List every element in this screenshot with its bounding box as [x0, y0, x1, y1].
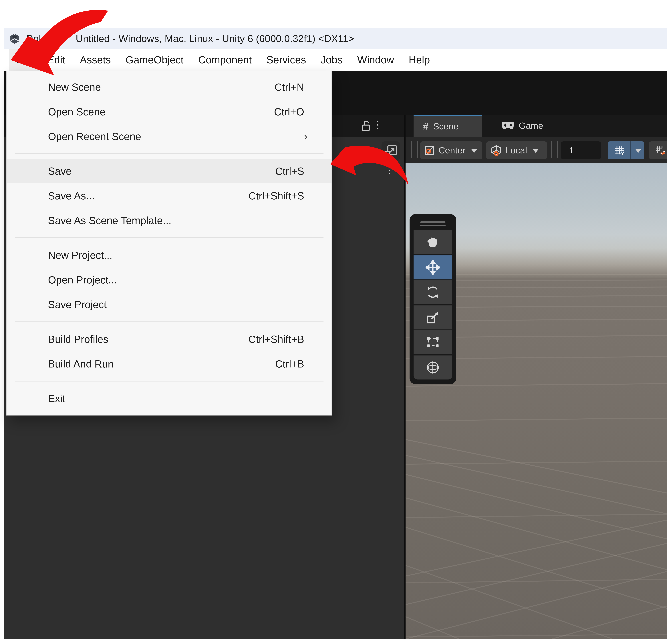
menu-item-build-and-run[interactable]: Build And RunCtrl+B: [7, 351, 331, 376]
rect-tool-button[interactable]: [413, 330, 452, 354]
orientation-label: Local: [506, 145, 527, 155]
menu-item-save[interactable]: SaveCtrl+S: [7, 159, 331, 183]
chevron-down-icon: [532, 148, 539, 152]
pivot-mode-label: Center: [439, 145, 466, 155]
move-icon: [425, 260, 440, 275]
scene-tab-label: Scene: [433, 121, 459, 131]
menu-item-open-scene[interactable]: Open SceneCtrl+O: [7, 99, 331, 124]
grid-size-field[interactable]: 1: [561, 142, 601, 160]
menubar-item-component[interactable]: Component: [191, 49, 259, 71]
menu-item-shortcut: Ctrl+N: [275, 81, 311, 93]
svg-text:Y: Y: [620, 150, 624, 156]
menubar-item-edit[interactable]: Edit: [40, 49, 72, 71]
scene-tab-icon: #: [423, 121, 428, 132]
menu-item-label: Save As...: [48, 190, 95, 202]
menu-item-shortcut: Ctrl+O: [274, 106, 311, 118]
menu-item-label: Save: [48, 165, 72, 177]
panel-tabbar: # Scene Game: [406, 115, 667, 137]
palette-drag-handle[interactable]: [420, 219, 445, 228]
menu-item-shortcut: Ctrl+S: [275, 165, 312, 177]
scene-panel: # Scene Game Center: [404, 115, 667, 639]
menubar-item-jobs[interactable]: Jobs: [313, 49, 350, 71]
grid-snap-magnet-icon: [649, 142, 667, 160]
menu-item-label: Open Project...: [48, 274, 117, 286]
file-menu-dropdown: New SceneCtrl+NOpen SceneCtrl+OOpen Rece…: [6, 71, 332, 415]
scene-tool-palette: [409, 214, 456, 384]
menubar-item-file[interactable]: File: [9, 49, 40, 71]
toolbar-drag-handle[interactable]: [551, 142, 558, 158]
menu-item-label: Save As Scene Template...: [48, 214, 172, 227]
menubar-item-help[interactable]: Help: [402, 49, 437, 71]
menu-item-new-project[interactable]: New Project...: [7, 243, 331, 267]
rect-transform-icon: [425, 335, 440, 349]
snap-settings-button[interactable]: [649, 142, 667, 160]
menu-item-label: Open Recent Scene: [48, 130, 141, 143]
menu-item-shortcut: Ctrl+Shift+B: [248, 333, 311, 345]
toolbar-drag-handle[interactable]: [411, 142, 418, 158]
chevron-down-icon[interactable]: [630, 142, 644, 160]
menubar-item-services[interactable]: Services: [259, 49, 313, 71]
menu-item-shortcut: Ctrl+Shift+S: [248, 190, 311, 202]
window-titlebar: Rol Untitled - Windows, Mac, Linux - Uni…: [4, 28, 667, 49]
gamepad-icon: [501, 121, 514, 130]
menu-item-build-profiles[interactable]: Build ProfilesCtrl+Shift+B: [7, 327, 331, 351]
pivot-center-icon: [425, 145, 435, 156]
menu-item-new-scene[interactable]: New SceneCtrl+N: [7, 75, 331, 99]
panel-menu-icon[interactable]: ⋮: [373, 119, 383, 131]
transform-tool-button[interactable]: [413, 355, 452, 379]
menu-item-shortcut: Ctrl+B: [275, 358, 312, 370]
menu-separator: [15, 153, 324, 154]
menu-item-save-as[interactable]: Save As...Ctrl+Shift+S: [7, 183, 331, 208]
menu-separator: [15, 321, 324, 322]
screenshot-root: Rol Untitled - Windows, Mac, Linux - Uni…: [0, 0, 667, 644]
tab-scene[interactable]: # Scene: [413, 115, 481, 137]
scene-viewport[interactable]: [406, 163, 667, 639]
submenu-chevron-icon: ›: [304, 130, 311, 143]
scene-view-toolbar: Center Local 1 Y: [406, 137, 667, 164]
rotate-icon: [425, 285, 440, 299]
menubar-item-assets[interactable]: Assets: [72, 49, 118, 71]
maximize-button[interactable]: [381, 142, 400, 160]
lock-icon[interactable]: [361, 120, 371, 131]
scale-icon: [425, 310, 440, 325]
menu-item-label: New Scene: [48, 81, 101, 93]
transform-icon: [425, 360, 440, 375]
pivot-mode-dropdown[interactable]: Center: [420, 142, 482, 160]
menu-item-label: Save Project: [48, 298, 107, 311]
window-title-prefix: Rol: [26, 33, 41, 44]
move-tool-button[interactable]: [413, 255, 452, 279]
main-menubar: FileEditAssetsGameObjectComponentService…: [4, 49, 667, 71]
menu-separator: [15, 381, 324, 381]
menu-item-label: New Project...: [48, 249, 112, 261]
menu-item-save-project[interactable]: Save Project: [7, 292, 331, 317]
divider-kebab-icon[interactable]: ⋮: [386, 165, 394, 176]
grid-visibility-button[interactable]: Y: [608, 142, 644, 160]
unity-logo-icon: [9, 32, 21, 45]
menu-item-open-project[interactable]: Open Project...: [7, 267, 331, 292]
pan-tool-button[interactable]: [413, 230, 452, 254]
menu-separator: [15, 237, 324, 238]
scale-tool-button[interactable]: [413, 305, 452, 329]
menu-item-label: Build And Run: [48, 358, 114, 370]
grid-size-value: 1: [569, 145, 574, 155]
menu-item-open-recent-scene[interactable]: Open Recent Scene›: [7, 124, 331, 149]
menu-item-exit[interactable]: Exit: [7, 386, 331, 411]
menu-item-label: Build Profiles: [48, 333, 108, 345]
menu-item-save-as-scene-template[interactable]: Save As Scene Template...: [7, 208, 331, 233]
tab-game[interactable]: Game: [488, 115, 556, 137]
local-cube-icon: [491, 145, 502, 156]
hand-icon: [426, 235, 440, 249]
orientation-dropdown[interactable]: Local: [486, 142, 547, 160]
chevron-down-icon: [471, 148, 477, 152]
rotate-tool-button[interactable]: [413, 280, 452, 304]
window-title: Untitled - Windows, Mac, Linux - Unity 6…: [76, 33, 354, 44]
menu-item-label: Open Scene: [48, 106, 105, 118]
grid-y-icon: Y: [608, 142, 630, 160]
maximize-icon: [385, 145, 397, 157]
menubar-item-window[interactable]: Window: [350, 49, 402, 71]
game-tab-label: Game: [519, 121, 543, 131]
menu-item-label: Exit: [48, 393, 65, 404]
menubar-item-gameobject[interactable]: GameObject: [118, 49, 191, 71]
